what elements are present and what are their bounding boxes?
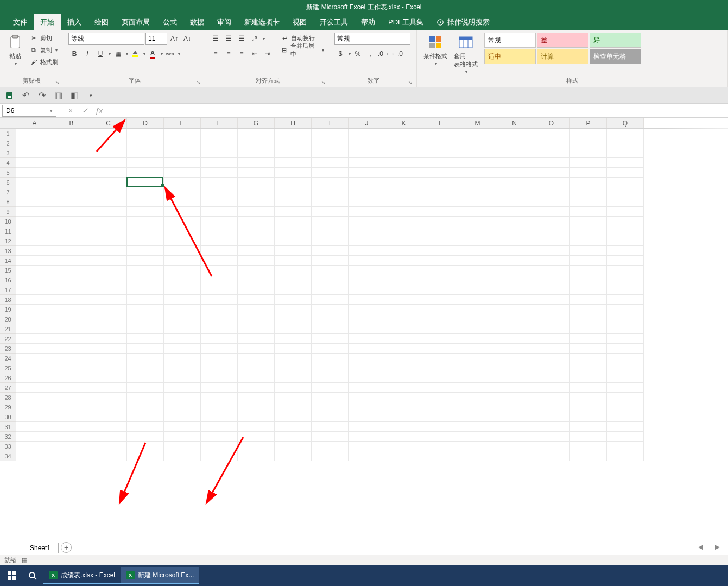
spreadsheet-grid[interactable]: ABCDEFGHIJKLMNOPQ 1234567891011121314151… bbox=[0, 118, 728, 540]
cell[interactable] bbox=[422, 305, 459, 314]
cell[interactable] bbox=[164, 207, 201, 217]
cell[interactable] bbox=[533, 363, 570, 373]
cell[interactable] bbox=[275, 314, 312, 324]
cell[interactable] bbox=[349, 178, 385, 187]
tab-公式[interactable]: 公式 bbox=[156, 14, 183, 30]
merge-center-button[interactable]: ⊞合并后居中▾ bbox=[279, 45, 325, 55]
cell[interactable] bbox=[164, 148, 201, 158]
cell[interactable] bbox=[201, 197, 238, 207]
cell[interactable] bbox=[459, 295, 496, 305]
cell[interactable] bbox=[570, 178, 607, 187]
cell[interactable] bbox=[496, 314, 533, 324]
cell[interactable] bbox=[201, 158, 238, 168]
cell[interactable] bbox=[349, 158, 385, 168]
row-header-8[interactable]: 8 bbox=[0, 197, 16, 207]
row-header-23[interactable]: 23 bbox=[0, 344, 16, 354]
cell[interactable] bbox=[201, 314, 238, 324]
cell[interactable] bbox=[607, 256, 644, 266]
cell[interactable] bbox=[496, 207, 533, 217]
cell[interactable] bbox=[53, 197, 90, 207]
cell[interactable] bbox=[90, 217, 127, 226]
cell[interactable] bbox=[201, 256, 238, 266]
cell[interactable] bbox=[385, 138, 422, 148]
tab-开始[interactable]: 开始 bbox=[34, 14, 61, 30]
cell[interactable] bbox=[570, 285, 607, 295]
cell[interactable] bbox=[422, 138, 459, 148]
cell[interactable] bbox=[53, 305, 90, 314]
cell[interactable] bbox=[533, 246, 570, 256]
cell[interactable] bbox=[422, 187, 459, 197]
cell[interactable] bbox=[164, 266, 201, 275]
cell[interactable] bbox=[459, 275, 496, 285]
cell[interactable] bbox=[385, 187, 422, 197]
cell[interactable] bbox=[90, 344, 127, 354]
cell[interactable] bbox=[570, 295, 607, 305]
cell[interactable] bbox=[127, 226, 164, 236]
col-header-F[interactable]: F bbox=[201, 118, 238, 128]
cell[interactable] bbox=[90, 393, 127, 402]
cell[interactable] bbox=[496, 138, 533, 148]
cell[interactable] bbox=[201, 383, 238, 393]
cell[interactable] bbox=[349, 305, 385, 314]
col-header-A[interactable]: A bbox=[16, 118, 53, 128]
cell[interactable] bbox=[349, 295, 385, 305]
cell[interactable] bbox=[533, 383, 570, 393]
cell[interactable] bbox=[422, 344, 459, 354]
cell[interactable] bbox=[459, 129, 496, 138]
cell[interactable] bbox=[164, 305, 201, 314]
cell[interactable] bbox=[607, 207, 644, 217]
cell[interactable] bbox=[164, 129, 201, 138]
cell[interactable] bbox=[164, 187, 201, 197]
cell[interactable] bbox=[459, 217, 496, 226]
cell[interactable] bbox=[238, 148, 275, 158]
cell[interactable] bbox=[164, 373, 201, 383]
cell[interactable] bbox=[164, 275, 201, 285]
cell[interactable] bbox=[16, 158, 53, 168]
cell[interactable] bbox=[275, 402, 312, 412]
cell[interactable] bbox=[312, 305, 349, 314]
cell[interactable] bbox=[238, 138, 275, 148]
cell[interactable] bbox=[459, 236, 496, 246]
cell[interactable] bbox=[422, 246, 459, 256]
cell[interactable] bbox=[607, 363, 644, 373]
cell[interactable] bbox=[16, 217, 53, 226]
cell[interactable] bbox=[385, 314, 422, 324]
cell[interactable] bbox=[275, 207, 312, 217]
style-cell-差[interactable]: 差 bbox=[537, 33, 588, 48]
cell[interactable] bbox=[385, 246, 422, 256]
cell[interactable] bbox=[496, 451, 533, 461]
align-left-button[interactable]: ≡ bbox=[210, 48, 221, 60]
cell[interactable] bbox=[496, 344, 533, 354]
cell[interactable] bbox=[127, 217, 164, 226]
align-top-button[interactable]: ☰ bbox=[210, 33, 221, 45]
cell[interactable] bbox=[201, 207, 238, 217]
cell[interactable] bbox=[16, 363, 53, 373]
cell[interactable] bbox=[349, 207, 385, 217]
cell[interactable] bbox=[201, 275, 238, 285]
cell[interactable] bbox=[422, 422, 459, 432]
cell[interactable] bbox=[164, 354, 201, 363]
italic-button[interactable]: I bbox=[81, 48, 93, 60]
cell[interactable] bbox=[90, 373, 127, 383]
cell[interactable] bbox=[164, 178, 201, 187]
cell[interactable] bbox=[607, 295, 644, 305]
cell[interactable] bbox=[201, 285, 238, 295]
cell[interactable] bbox=[459, 373, 496, 383]
cell[interactable] bbox=[533, 422, 570, 432]
cell[interactable] bbox=[349, 334, 385, 344]
increase-decimal-button[interactable]: .0→ bbox=[378, 48, 390, 60]
tab-PDF工具集[interactable]: PDF工具集 bbox=[382, 14, 430, 30]
cell[interactable] bbox=[53, 324, 90, 334]
cell[interactable] bbox=[201, 432, 238, 442]
cell[interactable] bbox=[496, 256, 533, 266]
cell[interactable] bbox=[127, 295, 164, 305]
align-bottom-button[interactable]: ☰ bbox=[236, 33, 248, 45]
cell[interactable] bbox=[53, 226, 90, 236]
cell[interactable] bbox=[533, 138, 570, 148]
cell[interactable] bbox=[53, 187, 90, 197]
cell[interactable] bbox=[201, 178, 238, 187]
cell[interactable] bbox=[16, 226, 53, 236]
cell[interactable] bbox=[127, 305, 164, 314]
cell[interactable] bbox=[53, 217, 90, 226]
cell[interactable] bbox=[164, 236, 201, 246]
